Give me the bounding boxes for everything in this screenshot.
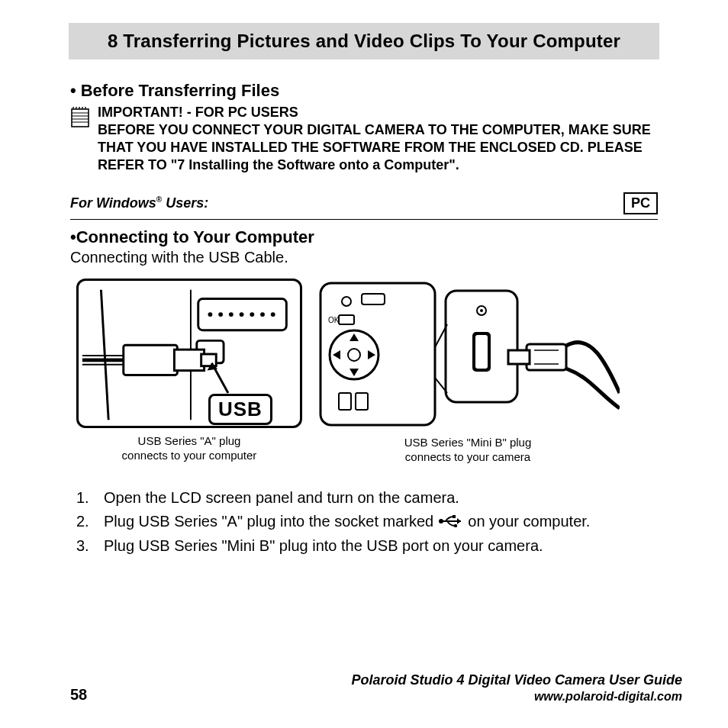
chapter-title: 8 Transferring Pictures and Video Clips … [69,23,659,60]
svg-point-8 [229,312,234,317]
guide-title: Polaroid Studio 4 Digital Video Camera U… [352,672,682,688]
figure-usb-a: USB USB Series "A" plug connects to your… [76,279,302,465]
important-note: IMPORTANT! - FOR PC USERS BEFORE YOU CON… [70,104,658,174]
figure-a-caption: USB Series "A" plug connects to your com… [122,434,257,463]
svg-point-28 [480,309,483,312]
important-text: IMPORTANT! - FOR PC USERS BEFORE YOU CON… [98,104,658,174]
divider [70,219,658,220]
svg-point-38 [454,524,457,527]
guide-url: www.polaroid-digital.com [352,690,682,704]
caption-l1: USB Series "A" plug [138,434,241,447]
step-text: Plug USB Series "Mini B" plug into the U… [104,534,543,558]
steps-list: 1. Open the LCD screen panel and turn on… [76,486,658,558]
svg-point-9 [240,312,244,317]
heading-text: Before Transferring Files [81,81,279,100]
svg-text:OK: OK [328,316,340,324]
svg-point-6 [208,312,212,317]
win-prefix: For Windows [70,195,156,211]
caption-l2: connects to your computer [122,449,257,462]
section-before-transferring: •Before Transferring Files IMPORTANT! - … [70,81,658,558]
figure-b-illustration: OK [316,279,620,430]
windows-label: For Windows® Users: [70,195,208,211]
figure-b-caption: USB Series "Mini B" plug connects to you… [404,436,532,465]
step-number: 3. [76,534,93,558]
svg-rect-0 [72,109,89,127]
usb-trident-icon [438,511,464,534]
figure-usb-minib: OK [316,279,620,465]
caption-l1: USB Series "Mini B" plug [404,436,532,449]
bullet-icon: • [70,227,76,246]
heading-text: Connecting to Your Computer [76,227,314,246]
section-heading-connecting: •Connecting to Your Computer [70,227,658,247]
bullet-icon: • [70,81,76,100]
page-number: 58 [70,686,87,704]
win-suffix: Users: [162,195,208,211]
step-2a: Plug USB Series "A" plug into the socket… [104,513,433,530]
step-text: Plug USB Series "A" plug into the socket… [104,510,590,534]
svg-point-7 [218,312,223,317]
step-1: 1. Open the LCD screen panel and turn on… [76,486,658,510]
usb-camera-illustration: OK [316,279,620,430]
svg-rect-30 [475,335,488,369]
step-number: 2. [76,510,93,534]
svg-point-10 [250,312,254,317]
svg-rect-37 [453,515,456,518]
figures-row: USB USB Series "A" plug connects to your… [76,279,658,465]
svg-rect-31 [527,344,566,370]
svg-rect-15 [174,350,204,370]
windows-users-row: For Windows® Users: PC [70,192,658,214]
step-3: 3. Plug USB Series "Mini B" plug into th… [76,534,658,558]
svg-point-11 [260,312,265,317]
step-text: Open the LCD screen panel and turn on th… [104,486,459,510]
step-2b: on your computer. [468,513,590,530]
svg-rect-16 [201,354,217,366]
step-number: 1. [76,486,93,510]
svg-rect-14 [124,345,178,375]
section-heading-before: •Before Transferring Files [70,81,658,101]
step-2: 2. Plug USB Series "A" plug into the soc… [76,510,658,534]
usb-badge: USB [208,394,272,425]
important-label: IMPORTANT! - FOR PC USERS [98,104,658,121]
manual-page: 8 Transferring Pictures and Video Clips … [0,0,728,728]
notepad-icon [70,105,90,131]
connecting-subheading: Connecting with the USB Cable. [70,249,658,266]
important-body: BEFORE YOU CONNECT YOUR DIGITAL CAMERA T… [98,121,658,174]
page-footer: 58 Polaroid Studio 4 Digital Video Camer… [46,672,682,704]
pc-badge: PC [623,192,658,214]
svg-point-12 [271,312,275,317]
guide-info: Polaroid Studio 4 Digital Video Camera U… [352,672,682,704]
svg-rect-32 [508,350,530,364]
caption-l2: connects to your camera [405,450,530,463]
figure-a-illustration: USB [76,279,302,428]
